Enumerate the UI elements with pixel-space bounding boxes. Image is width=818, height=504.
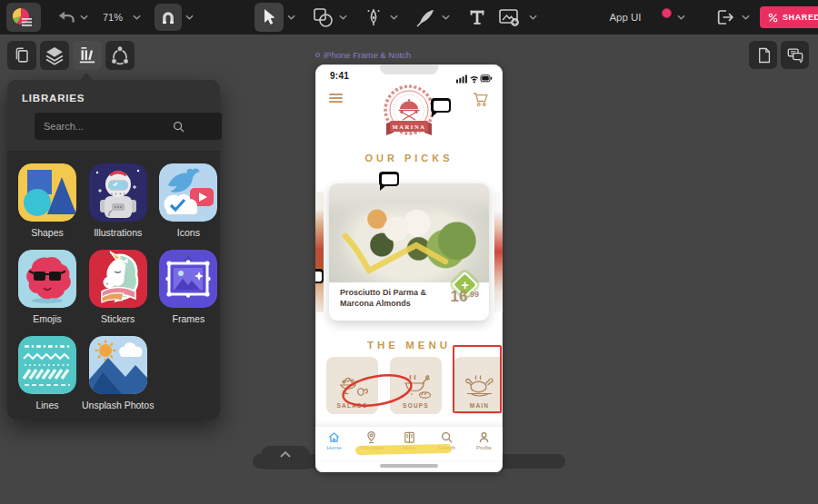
shapes-icon [312, 7, 334, 27]
new-page-button[interactable] [749, 41, 777, 69]
library-item-frames[interactable]: Frames [159, 250, 217, 324]
dish-name: Prosciutto Di Parma & Marcona Almonds [340, 288, 426, 309]
pen-tool-button[interactable] [362, 6, 385, 28]
shared-button-label: SHARED [783, 13, 818, 22]
image-tool-button[interactable] [495, 6, 523, 28]
library-item-lines[interactable]: Lines [18, 336, 76, 410]
library-item-emojis[interactable]: Emojis [18, 250, 76, 324]
cart-icon[interactable] [473, 92, 489, 111]
comment-marker-logo[interactable] [431, 98, 451, 113]
phone-artboard[interactable]: 9:41 [315, 64, 503, 472]
library-item-illustrations[interactable]: Illustrations [82, 163, 154, 238]
image-add-icon [497, 6, 521, 28]
menu-book-icon [403, 430, 416, 444]
lines-tile-icon [18, 336, 76, 394]
magnet-icon [159, 8, 177, 26]
status-time: 9:41 [330, 71, 349, 81]
nav-profile[interactable]: Profile [465, 427, 503, 460]
artboard-bullet-icon [315, 53, 320, 57]
nav-menu[interactable]: Menu [390, 427, 427, 460]
category-salads[interactable]: SALADS [326, 357, 378, 414]
shapes-tile-icon [18, 163, 76, 222]
shared-button[interactable]: SHARED [760, 6, 818, 28]
comments-icon [785, 46, 805, 64]
red-rect-annotation [453, 345, 502, 413]
dish-photo [329, 183, 489, 282]
export-button[interactable] [713, 6, 738, 28]
share-link-icon [768, 13, 778, 23]
category-soups[interactable]: SOUPS [390, 357, 442, 414]
layers-icon [43, 44, 66, 67]
image-tool-chevron[interactable] [529, 15, 537, 20]
page-icon [754, 46, 773, 64]
app-menu-button[interactable] [6, 3, 41, 32]
carousel-next-card[interactable] [494, 192, 503, 312]
frames-tile-icon [159, 250, 217, 308]
library-item-stickers[interactable]: Stickers [82, 250, 154, 324]
dish-price: 16.99 [451, 288, 479, 306]
shape-tool-button[interactable] [311, 6, 334, 28]
iphone-notch [380, 64, 438, 74]
nav-the-place[interactable]: The place [353, 427, 390, 460]
layers-panel-tab[interactable] [40, 41, 69, 70]
unsplash-tile-icon [89, 336, 147, 394]
dock-expand-tab[interactable] [261, 446, 310, 469]
picks-heading[interactable]: OUR PICKS [315, 153, 503, 163]
comment-marker-edge[interactable] [315, 269, 324, 283]
text-tool-button[interactable] [465, 6, 489, 28]
brush-tool-chevron[interactable] [442, 15, 450, 20]
pages-panel-tab[interactable] [7, 41, 36, 70]
comment-marker-card[interactable] [379, 172, 399, 186]
libraries-title: LIBRARIES [22, 93, 205, 104]
library-search [35, 113, 193, 140]
sync-share-panel-tab[interactable] [105, 41, 135, 70]
zoom-level[interactable]: 71% [103, 12, 123, 23]
shape-tool-chevron[interactable] [339, 15, 347, 20]
library-item-unsplash[interactable]: Unsplash Photos [82, 336, 154, 410]
quill-brush-icon [414, 7, 436, 27]
snap-magnet-button[interactable] [155, 4, 182, 31]
comments-button[interactable] [781, 41, 809, 69]
salad-bowl-icon [336, 374, 369, 399]
brand-name: MARINA [392, 124, 425, 130]
panel-pointer [80, 73, 93, 80]
pen-tool-chevron[interactable] [390, 15, 398, 20]
undo-dropdown-chevron[interactable] [80, 15, 88, 20]
artboard-label[interactable]: iPhone Frame & Notch [315, 50, 411, 60]
document-title[interactable]: App UI [598, 12, 653, 23]
export-dropdown-chevron[interactable] [742, 15, 750, 20]
collaborator-badge[interactable] [662, 8, 672, 18]
library-panel-tab[interactable] [73, 41, 102, 70]
soup-bowl-icon [400, 374, 433, 399]
library-search-input[interactable] [35, 113, 222, 140]
featured-dish-card[interactable]: + Prosciutto Di Parma & Marcona Almonds … [329, 183, 489, 321]
zoom-dropdown-chevron[interactable] [133, 15, 141, 20]
sync-nodes-icon [108, 44, 132, 67]
marina-logo[interactable]: MARINA [379, 83, 439, 144]
search-icon [440, 430, 454, 444]
hamburger-menu-icon[interactable] [329, 94, 343, 105]
location-pin-icon [364, 430, 378, 444]
stickers-tile-icon [89, 250, 147, 308]
home-indicator [380, 464, 438, 468]
nav-home[interactable]: Home [315, 427, 353, 460]
library-item-icons[interactable]: Icons [159, 163, 217, 238]
snap-dropdown-chevron[interactable] [185, 15, 194, 20]
library-books-icon [75, 44, 99, 67]
library-grid: Shapes [7, 151, 220, 420]
undo-button[interactable] [55, 6, 76, 28]
top-toolbar: 71% [0, 0, 818, 35]
carousel-prev-card[interactable] [315, 192, 324, 312]
libraries-panel: LIBRARIES Shapes [7, 80, 220, 420]
profile-icon [477, 430, 491, 444]
emojis-tile-icon [18, 250, 76, 308]
bottom-nav: Home The place Menu Search [315, 427, 503, 460]
icons-tile-icon [159, 163, 217, 222]
pen-nib-icon [363, 7, 384, 27]
select-tool-chevron[interactable] [287, 15, 295, 20]
select-tool-button[interactable] [254, 3, 284, 32]
brush-tool-button[interactable] [414, 6, 437, 28]
library-item-shapes[interactable]: Shapes [18, 163, 76, 238]
text-tool-icon [467, 7, 487, 27]
document-dropdown-chevron[interactable] [677, 15, 685, 20]
